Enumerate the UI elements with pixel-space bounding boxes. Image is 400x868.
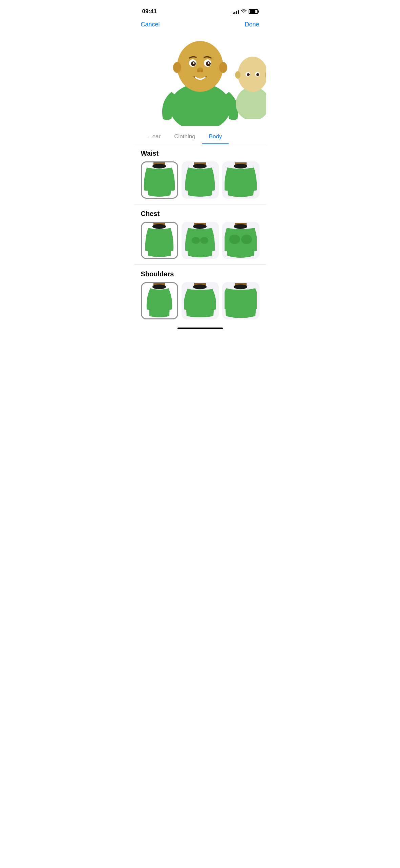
svg-point-35 xyxy=(192,237,200,244)
home-bar xyxy=(177,328,223,329)
svg-point-11 xyxy=(208,62,209,64)
svg-point-23 xyxy=(247,73,250,76)
svg-point-19 xyxy=(235,71,240,79)
signal-icon xyxy=(233,9,239,14)
status-icons xyxy=(233,9,258,14)
wifi-icon xyxy=(241,9,247,14)
tab-clothing[interactable]: Clothing xyxy=(167,130,202,144)
waist-item-3[interactable] xyxy=(222,161,259,199)
svg-point-28 xyxy=(193,164,207,169)
cancel-button[interactable]: Cancel xyxy=(141,21,160,28)
tab-bar: ...ear Clothing Body xyxy=(134,130,266,144)
svg-point-36 xyxy=(200,237,208,244)
svg-point-10 xyxy=(193,62,194,64)
svg-point-5 xyxy=(219,62,227,73)
tab-body[interactable]: Body xyxy=(202,130,229,144)
chest-item-1[interactable] xyxy=(141,222,178,259)
svg-point-42 xyxy=(152,284,166,289)
shoulders-items xyxy=(141,282,259,325)
chest-items xyxy=(141,222,259,264)
svg-point-18 xyxy=(238,57,266,92)
svg-point-40 xyxy=(241,235,252,244)
svg-point-38 xyxy=(234,224,247,229)
shoulders-title: Shoulders xyxy=(141,270,259,278)
battery-icon xyxy=(249,9,258,14)
secondary-avatar xyxy=(232,51,266,120)
chest-item-2[interactable] xyxy=(182,222,219,259)
svg-point-4 xyxy=(173,62,181,73)
shoulders-section: Shoulders xyxy=(134,265,266,325)
svg-point-46 xyxy=(234,284,247,289)
status-time: 09:41 xyxy=(142,8,157,15)
home-indicator xyxy=(134,325,266,331)
shoulders-item-3[interactable] xyxy=(222,282,259,319)
sections-container: Waist xyxy=(134,144,266,325)
svg-point-44 xyxy=(193,284,207,289)
status-bar: 09:41 xyxy=(134,0,266,18)
chest-item-3[interactable] xyxy=(222,222,259,259)
waist-items xyxy=(141,161,259,204)
shoulders-item-1[interactable] xyxy=(141,282,178,319)
done-button[interactable]: Done xyxy=(245,21,259,28)
svg-point-14 xyxy=(201,70,203,72)
avatar-area xyxy=(134,32,266,127)
svg-point-3 xyxy=(177,41,223,92)
svg-point-39 xyxy=(229,235,240,244)
waist-title: Waist xyxy=(141,150,259,157)
svg-point-24 xyxy=(256,73,259,76)
battery-fill xyxy=(250,10,256,13)
shoulders-item-2[interactable] xyxy=(182,282,219,319)
waist-item-2[interactable] xyxy=(182,161,219,199)
svg-point-30 xyxy=(234,164,247,169)
nav-bar: Cancel Done xyxy=(134,18,266,32)
svg-point-13 xyxy=(197,70,200,72)
svg-point-26 xyxy=(152,164,166,169)
svg-point-32 xyxy=(152,224,166,229)
tab-headwear[interactable]: ...ear xyxy=(141,130,168,144)
waist-item-1[interactable] xyxy=(141,161,178,199)
chest-title: Chest xyxy=(141,210,259,218)
svg-point-34 xyxy=(193,224,207,229)
chest-section: Chest xyxy=(134,204,266,264)
waist-section: Waist xyxy=(134,144,266,204)
